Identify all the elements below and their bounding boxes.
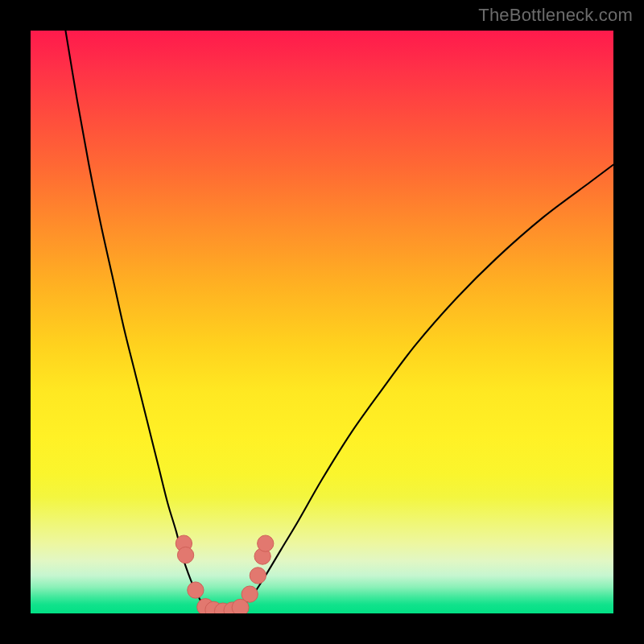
curve-group [65,31,613,612]
right-branch-curve [241,165,613,608]
marker-right-cluster-mid [250,568,266,584]
marker-left-cluster-lower [188,582,204,598]
left-branch-curve [65,31,205,608]
marker-group [175,535,274,613]
marker-right-cluster-lower [242,586,258,602]
attribution-text: TheBottleneck.com [478,5,633,26]
chart-stage: TheBottleneck.com [0,0,644,644]
chart-svg [31,31,613,613]
plot-area [31,31,613,613]
marker-left-cluster-upper-b [177,547,193,563]
marker-right-cluster-upper-b [258,535,274,551]
